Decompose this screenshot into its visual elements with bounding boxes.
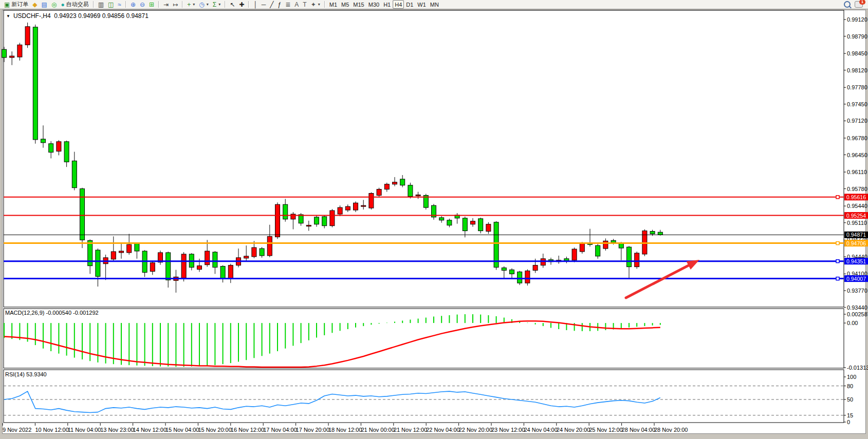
shift-end-button[interactable]: ⇥ (161, 0, 171, 9)
horizontal-line-button[interactable]: ─ (260, 0, 268, 9)
text-button[interactable]: A (292, 0, 301, 9)
new-order-button[interactable]: ▣新订单 (2, 0, 30, 9)
candle-up (361, 205, 366, 206)
deposit-button[interactable]: ◆ (30, 0, 39, 9)
bar-chart-button[interactable]: ▥ (96, 0, 106, 9)
time-tick-label: 11 Nov 04:00 (68, 427, 101, 433)
chart-collapse-icon[interactable]: ▼ (6, 14, 10, 18)
level-handle[interactable] (836, 260, 839, 263)
zoom-out-button[interactable]: ⊖ (138, 0, 147, 9)
toolbar-separator (93, 1, 94, 8)
price-badge-label: 0.95254 (846, 213, 866, 219)
line-chart-button[interactable]: ≈ (116, 0, 123, 9)
price-tick-label: 0.97120 (847, 118, 867, 124)
level-handle[interactable] (836, 242, 839, 245)
tf-m30-button[interactable]: M30 (366, 0, 381, 9)
candle-up (393, 182, 397, 184)
toolbar-group-timeframes: M1M5M15M30H1H4D1W1MN (327, 1, 441, 9)
candle-up (580, 243, 584, 252)
ohlc-high: 0.94969 (78, 12, 100, 20)
tf-mn-button[interactable]: MN (428, 0, 441, 9)
zoom-in-button[interactable]: ⊕ (128, 0, 138, 9)
toolbar-right: 1 (844, 1, 868, 8)
autotrade-button[interactable]: ●自动交易 (59, 0, 90, 9)
search-icon[interactable] (844, 1, 851, 8)
shapes-button[interactable]: ✦▾ (309, 0, 322, 9)
trendline-button[interactable]: ╱ (268, 0, 275, 9)
tile-windows-icon: ⊞ (149, 2, 154, 8)
candle-down (408, 185, 413, 197)
time-tick-label: 10 Nov 12:00 (35, 427, 68, 433)
candlestick-chart-button[interactable]: ◫ (106, 0, 116, 9)
crosshair-button[interactable]: ✚ (237, 0, 246, 9)
candle-up (369, 194, 374, 208)
candle-down (283, 204, 288, 219)
candle-up (228, 265, 233, 279)
candle-up (533, 265, 538, 271)
indicators-button[interactable]: Σ▾ (211, 0, 223, 9)
label-icon: T (303, 2, 306, 8)
candle-down (96, 250, 100, 276)
fibonacci-button[interactable]: ƒ (276, 0, 284, 9)
periods-button[interactable]: ◷▾ (197, 0, 211, 9)
chat-icon[interactable]: 1 (855, 1, 863, 8)
trendline-icon: ╱ (270, 2, 273, 8)
rsi-tick-label: 80 (847, 383, 853, 389)
toolbar-group-chart-mode: ▥◫≈ (96, 1, 123, 9)
tf-m15-button-label: M15 (353, 2, 364, 8)
time-tick-label: 21 Nov 00:00 (361, 427, 394, 433)
new-chart-button[interactable]: +▾ (185, 0, 197, 9)
toolbar-separator (225, 1, 226, 8)
level-handle[interactable] (836, 277, 839, 280)
level-handle[interactable] (836, 196, 839, 199)
macd-signal-value: -0.001292 (73, 310, 99, 316)
tf-m1-button[interactable]: M1 (327, 0, 339, 9)
shapes-icon: ✦ (311, 2, 316, 8)
tf-h4-button[interactable]: H4 (393, 0, 404, 9)
candle-up (57, 142, 61, 151)
vertical-line-button[interactable]: │ (251, 0, 260, 9)
time-tick-label: 9 Nov 2022 (3, 427, 31, 433)
auto-scroll-button[interactable]: ↦ (171, 0, 180, 9)
candle-down (2, 49, 7, 58)
tf-d1-button-label: D1 (406, 2, 413, 8)
price-tick-label: 0.95780 (847, 186, 867, 192)
candle-up (181, 254, 186, 278)
signals-button[interactable]: ◎ (49, 0, 59, 9)
macd-main-value: -0.000540 (46, 310, 71, 316)
cursor-button[interactable]: ↖ (228, 0, 237, 9)
rsi-value: 53.9340 (26, 371, 47, 377)
candle-down (220, 266, 225, 279)
label-button[interactable]: T (301, 0, 308, 9)
time-tick-label: 21 Nov 12:00 (394, 427, 427, 433)
candle-up (377, 189, 381, 196)
candle-up (306, 225, 311, 226)
channel-button[interactable]: ≣ (283, 0, 292, 9)
price-tick-label: 0.95440 (847, 203, 867, 209)
chat-badge: 1 (859, 0, 865, 5)
tf-d1-button[interactable]: D1 (404, 0, 415, 9)
cursor-icon: ↖ (230, 2, 235, 8)
ohlc-open: 0.94923 (54, 12, 76, 20)
rsi-tick-label: 50 (847, 396, 853, 403)
time-tick-label: 28 Nov 04:00 (622, 427, 655, 433)
rsi-tick-label: 15 (847, 412, 853, 418)
chart-canvas[interactable]: 0.991200.987900.984500.981200.977800.974… (0, 0, 868, 439)
price-badge-label: 0.94871 (846, 232, 866, 238)
tf-m15-button[interactable]: M15 (351, 0, 366, 9)
tile-windows-button[interactable]: ⊞ (147, 0, 156, 9)
tf-m5-button[interactable]: M5 (339, 0, 351, 9)
chart-window-button[interactable]: ▤ (40, 0, 49, 9)
tf-h1-button[interactable]: H1 (381, 0, 393, 9)
tf-w1-button-label: W1 (417, 2, 426, 8)
candle-down (447, 220, 452, 225)
time-tick-label: 16 Nov 12:00 (231, 427, 264, 433)
price-badge-label: 0.94706 (846, 240, 866, 246)
tf-h4-button-label: H4 (395, 2, 402, 8)
chevron-down-icon: ▾ (218, 2, 220, 7)
price-tick-label: 0.98120 (847, 67, 867, 73)
time-axis[interactable]: 9 Nov 202210 Nov 12:0011 Nov 04:0013 Nov… (3, 423, 688, 433)
price-axis[interactable]: 0.991200.987900.984500.981200.977800.974… (844, 16, 868, 425)
toolbar-separator (182, 1, 183, 8)
tf-w1-button[interactable]: W1 (415, 0, 428, 9)
